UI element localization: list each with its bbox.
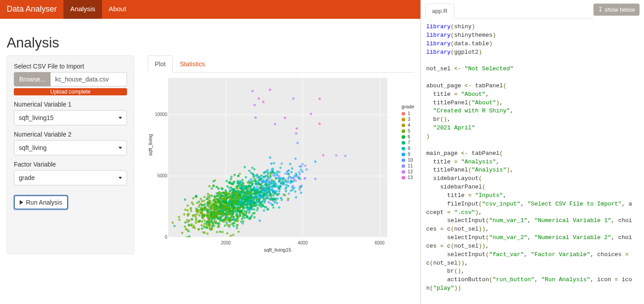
fact-var-select[interactable]: grade — [14, 170, 127, 185]
svg-point-1282 — [214, 206, 216, 209]
svg-point-1061 — [269, 202, 271, 205]
svg-point-883 — [279, 185, 281, 187]
legend-value: 13 — [408, 175, 413, 180]
svg-point-757 — [233, 225, 235, 227]
brand-title: Data Analyser — [0, 0, 64, 19]
svg-point-1558 — [247, 208, 250, 210]
nav-tab-analysis[interactable]: Analysis — [64, 0, 102, 19]
svg-point-1018 — [258, 219, 261, 222]
svg-point-521 — [253, 212, 255, 214]
svg-point-1509 — [250, 194, 253, 196]
svg-point-1288 — [217, 188, 220, 190]
svg-point-1568 — [225, 191, 227, 193]
svg-point-539 — [188, 235, 191, 237]
svg-point-1323 — [256, 201, 258, 203]
svg-point-1399 — [239, 212, 241, 214]
svg-point-1494 — [243, 210, 246, 212]
svg-point-1302 — [232, 218, 234, 221]
svg-point-651 — [335, 154, 337, 156]
legend-value: 9 — [408, 152, 411, 157]
svg-point-1003 — [178, 218, 180, 221]
svg-point-1510 — [231, 188, 233, 190]
run-analysis-button[interactable]: Run Analysis — [14, 195, 68, 210]
svg-point-1225 — [239, 206, 241, 209]
tab-plot[interactable]: Plot — [148, 56, 173, 73]
code-tab-app-r[interactable]: app.R — [425, 4, 454, 18]
svg-point-980 — [294, 180, 297, 182]
svg-point-1553 — [201, 209, 203, 211]
svg-point-1260 — [260, 186, 262, 188]
svg-point-571 — [287, 177, 289, 180]
legend-title: grade — [402, 104, 414, 109]
svg-point-1415 — [190, 207, 192, 209]
scatter-plot — [168, 78, 387, 237]
svg-point-1231 — [255, 183, 257, 185]
svg-point-1250 — [267, 208, 269, 210]
legend-value: 4 — [408, 123, 411, 128]
svg-point-626 — [208, 197, 211, 199]
svg-point-1382 — [275, 193, 278, 195]
legend-swatch-icon — [402, 158, 405, 162]
svg-point-1525 — [228, 201, 230, 203]
page-title: Analysis — [7, 34, 414, 51]
svg-point-1355 — [212, 202, 214, 205]
navbar: Data Analyser Analysis About — [0, 0, 420, 19]
svg-point-1600 — [222, 207, 224, 210]
svg-point-1031 — [192, 226, 194, 228]
svg-point-1597 — [230, 195, 232, 197]
code-listing[interactable]: library(shiny) library(shinythemes) libr… — [421, 18, 644, 304]
svg-point-1463 — [250, 199, 252, 201]
num-var-1-select[interactable]: sqft_living15 — [14, 110, 127, 125]
browse-button[interactable]: Browse... — [14, 72, 51, 86]
svg-point-944 — [186, 236, 188, 237]
svg-point-300 — [186, 205, 189, 207]
legend-item: 5 — [402, 128, 414, 133]
legend-value: 10 — [408, 158, 413, 163]
svg-point-1603 — [254, 116, 257, 119]
svg-point-1537 — [217, 217, 219, 219]
svg-point-1524 — [272, 172, 275, 174]
svg-point-1521 — [304, 164, 306, 167]
svg-point-1472 — [256, 197, 258, 200]
svg-point-897 — [236, 214, 238, 216]
tab-statistics[interactable]: Statistics — [173, 56, 212, 73]
svg-point-950 — [174, 225, 176, 227]
num-var-2-select[interactable]: sqft_living — [14, 140, 127, 155]
svg-point-1491 — [260, 192, 262, 194]
svg-point-430 — [206, 224, 208, 227]
svg-point-1548 — [235, 192, 237, 194]
svg-point-1252 — [263, 198, 265, 200]
svg-point-1218 — [246, 216, 248, 218]
svg-point-1612 — [284, 117, 286, 119]
svg-point-1564 — [225, 216, 228, 218]
svg-point-1502 — [267, 182, 269, 184]
svg-point-1461 — [250, 191, 252, 193]
svg-point-1095 — [267, 175, 269, 177]
svg-point-1582 — [243, 217, 246, 219]
svg-point-1575 — [263, 189, 265, 191]
svg-point-1000 — [300, 192, 302, 194]
legend-value: 6 — [408, 134, 411, 139]
svg-point-809 — [198, 206, 200, 208]
svg-point-380 — [289, 163, 291, 165]
svg-point-1407 — [246, 198, 249, 200]
svg-point-1505 — [248, 211, 250, 214]
svg-point-1103 — [216, 192, 218, 194]
play-icon — [20, 200, 23, 205]
svg-point-1386 — [220, 197, 222, 199]
svg-point-1485 — [236, 198, 238, 201]
svg-point-759 — [206, 209, 208, 211]
svg-point-137 — [183, 213, 185, 215]
nav-tab-about[interactable]: About — [102, 0, 133, 19]
svg-point-915 — [298, 177, 300, 180]
svg-point-900 — [228, 187, 230, 189]
svg-point-1546 — [239, 210, 242, 212]
svg-point-621 — [200, 224, 203, 227]
svg-point-1545 — [203, 204, 206, 206]
y-tick-label: 0 — [152, 235, 167, 240]
legend-value: 7 — [408, 140, 411, 145]
svg-point-1233 — [252, 180, 254, 182]
svg-point-342 — [229, 181, 231, 184]
svg-point-471 — [280, 167, 282, 169]
show-below-button[interactable]: ↧ show below — [593, 4, 640, 16]
